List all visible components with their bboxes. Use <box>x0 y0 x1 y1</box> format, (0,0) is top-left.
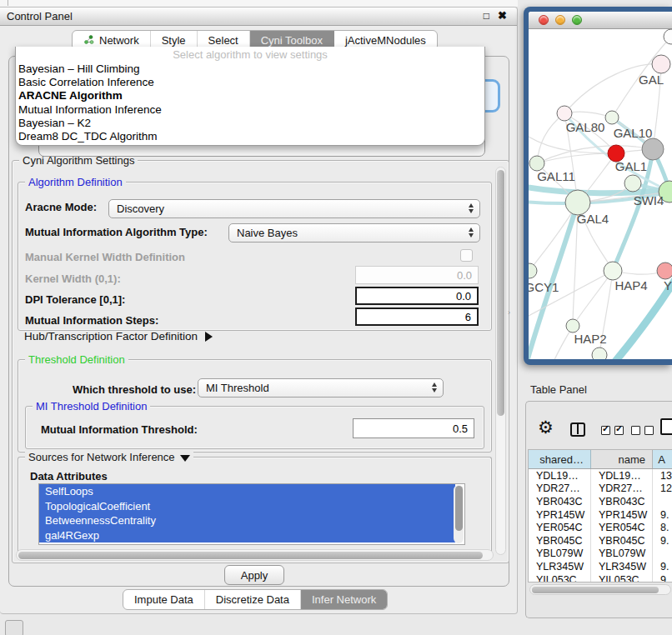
data-attribute-item[interactable]: SelfLoops <box>39 484 455 499</box>
minimize-light[interactable] <box>555 15 565 25</box>
table-column-header[interactable]: name <box>591 450 653 468</box>
algorithm-option[interactable]: Mutual Information Inference <box>16 103 484 117</box>
table-row[interactable]: YBR045CYBR045C9. <box>529 534 672 548</box>
network-node-GAL[interactable] <box>652 55 670 73</box>
data-attributes-list[interactable]: SelfLoopsTopologicalCoefficientBetweenne… <box>38 483 465 545</box>
table-cell: 9. <box>653 560 672 573</box>
node-label: GAL10 <box>614 126 653 140</box>
algorithm-option[interactable]: Dream8 DC_TDC Algorithm <box>16 130 484 143</box>
table-header-row: shared…nameA <box>529 450 672 469</box>
data-attribute-item[interactable]: TopologicalCoefficient <box>39 499 455 514</box>
table-row[interactable]: YDL19…YDL19…13 <box>529 469 672 482</box>
attributes-scroll-thumb[interactable] <box>455 486 463 531</box>
network-node-HAP4[interactable] <box>604 262 622 280</box>
mi-threshold-input[interactable]: 0.5 <box>353 418 474 438</box>
dpi-tolerance-value: 0.0 <box>456 290 471 302</box>
which-threshold-label: Which threshold to use: <box>73 383 196 396</box>
data-attribute-item[interactable]: BetweennessCentrality <box>39 513 455 528</box>
aracne-mode-value: Discovery <box>117 202 164 215</box>
sources-title[interactable]: Sources for Network Inference <box>25 451 193 463</box>
control-panel-title: Control Panel <box>7 10 73 22</box>
mi-steps-input[interactable]: 6 <box>355 308 479 326</box>
table-body: YDL19…YDL19…13YDR27…YDR27…12YBR043CYBR04… <box>529 469 672 582</box>
data-attribute-item[interactable]: gal4RGexp <box>39 528 455 543</box>
settings-vertical-scrollbar[interactable] <box>495 167 506 555</box>
algorithm-option[interactable]: ARACNE Algorithm <box>16 89 484 102</box>
table-cell: YBR045C <box>591 534 653 548</box>
hub-definition-expander[interactable]: Hub/Transcription Factor Definition <box>24 330 213 342</box>
mi-threshold-group: MI Threshold Definition Mutual Informati… <box>25 406 484 449</box>
algorithm-option[interactable]: Bayesian – K2 <box>16 117 484 130</box>
table-cell: YPR145W <box>591 508 653 522</box>
table-cell: YBR045C <box>529 534 591 548</box>
kernel-width-input[interactable]: 0.0 <box>355 266 479 284</box>
settings-vscroll-thumb[interactable] <box>497 170 504 416</box>
combo-arrows-icon <box>469 203 474 213</box>
which-threshold-value: MI Threshold <box>206 382 269 394</box>
network-node-Y[interactable] <box>657 262 672 279</box>
close-light[interactable] <box>539 15 549 25</box>
table-row[interactable]: YIL053CYIL053C9. <box>529 573 672 582</box>
algorithm-list: Bayesian – Hill ClimbingBasic Correlatio… <box>16 62 484 143</box>
table-cell: 12 <box>653 482 672 496</box>
algorithm-definition-title: Algorithm Definition <box>25 176 126 188</box>
network-node-GAL10[interactable] <box>605 111 619 124</box>
table-horizontal-scrollbar[interactable] <box>529 584 671 595</box>
network-node[interactable] <box>642 138 664 160</box>
network-node[interactable] <box>664 29 672 44</box>
tab-impute-data[interactable]: Impute Data <box>123 590 205 609</box>
table-row[interactable]: YBL079WYBL079W <box>529 548 672 561</box>
table-hscroll-thumb[interactable] <box>532 587 659 593</box>
network-node-HAP2[interactable] <box>566 319 579 332</box>
mi-type-combo[interactable]: Naive Bayes <box>228 223 480 242</box>
tab-label: jActiveMNodules <box>345 34 426 47</box>
table-row[interactable]: YPR145WYPR145W9. <box>529 508 672 522</box>
tab-infer-network[interactable]: Infer Network <box>301 590 387 609</box>
table-row[interactable]: YER054CYER054C8. <box>529 521 672 534</box>
attributes-scrollbar[interactable] <box>454 485 464 543</box>
tab-discretize-data[interactable]: Discretize Data <box>205 590 301 609</box>
deselect-all-columns-icon[interactable] <box>631 426 654 435</box>
algorithm-option[interactable]: Bayesian – Hill Climbing <box>16 62 484 76</box>
network-node-SWI4[interactable] <box>624 175 641 192</box>
zoom-light[interactable] <box>572 15 582 25</box>
network-node-GAL80[interactable] <box>557 106 572 121</box>
network-canvas[interactable]: GALGAL80GAL10GAL1GAL11SWI4GAL4GCY1HAP4YH… <box>529 28 672 359</box>
manual-kernel-label: Manual Kernel Width Definition <box>25 251 185 263</box>
algorithm-dropdown-popup: Select algorithm to view settings Bayesi… <box>15 47 485 146</box>
node-label: GCY1 <box>529 280 559 294</box>
table-column-header[interactable]: shared… <box>529 450 591 468</box>
network-node[interactable] <box>592 348 607 359</box>
tab-label: Cyni Toolbox <box>261 34 323 47</box>
table-column-header[interactable]: A <box>653 450 672 468</box>
apply-button[interactable]: Apply <box>224 565 284 585</box>
table-cell <box>653 548 672 561</box>
which-threshold-combo[interactable]: MI Threshold <box>198 378 444 398</box>
select-all-columns-icon[interactable] <box>601 426 624 435</box>
table-cell: YDL19… <box>591 469 653 482</box>
dpi-tolerance-input[interactable]: 0.0 <box>355 287 479 305</box>
tab-label: Select <box>208 34 238 47</box>
mi-steps-value: 6 <box>465 311 471 323</box>
panel-resize-handle[interactable]: › <box>508 308 510 317</box>
table-panel-title: Table Panel <box>530 383 587 396</box>
table-row[interactable]: YBR043CYBR043C <box>529 495 672 508</box>
float-window-icon[interactable]: □ <box>484 10 489 22</box>
table-row[interactable]: YLR345WYLR345W9. <box>529 560 672 573</box>
file-icon[interactable] <box>660 418 672 435</box>
mi-threshold-label: Mutual Information Threshold: <box>41 423 198 436</box>
hub-definition-label: Hub/Transcription Factor Definition <box>24 330 198 342</box>
close-icon[interactable]: ✖ <box>498 9 507 22</box>
gear-icon[interactable]: ⚙ <box>538 418 554 438</box>
network-window-titlebar[interactable] <box>529 12 672 29</box>
algorithm-option[interactable]: Basic Correlation Inference <box>16 76 484 89</box>
bottom-left-widget[interactable] <box>5 620 23 635</box>
table-row[interactable]: YDR27…YDR27…12 <box>529 482 672 496</box>
manual-kernel-checkbox[interactable] <box>460 249 473 262</box>
network-view-window[interactable]: GALGAL80GAL10GAL1GAL11SWI4GAL4GCY1HAP4YH… <box>524 7 672 365</box>
network-node-GCY1[interactable] <box>529 263 537 278</box>
aracne-mode-combo[interactable]: Discovery <box>108 199 480 218</box>
settings-hscroll-thumb[interactable] <box>18 552 483 559</box>
settings-horizontal-scrollbar[interactable] <box>16 549 494 561</box>
split-pane-icon[interactable] <box>570 422 585 437</box>
